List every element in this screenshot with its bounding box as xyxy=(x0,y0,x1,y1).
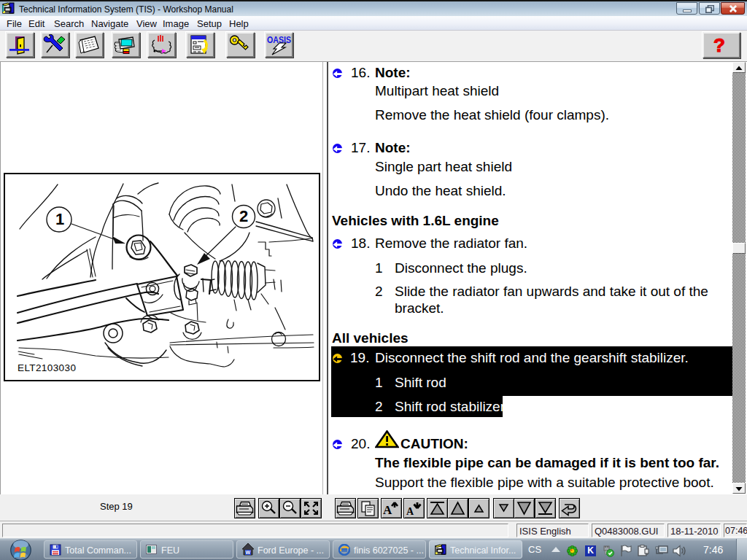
svg-text:ELT2103030: ELT2103030 xyxy=(18,362,76,373)
svg-text:1: 1 xyxy=(55,210,64,228)
svg-text:W: W xyxy=(246,550,251,555)
svg-text:A: A xyxy=(406,506,414,517)
svg-text:A: A xyxy=(383,503,392,517)
svg-text:2: 2 xyxy=(239,207,248,225)
